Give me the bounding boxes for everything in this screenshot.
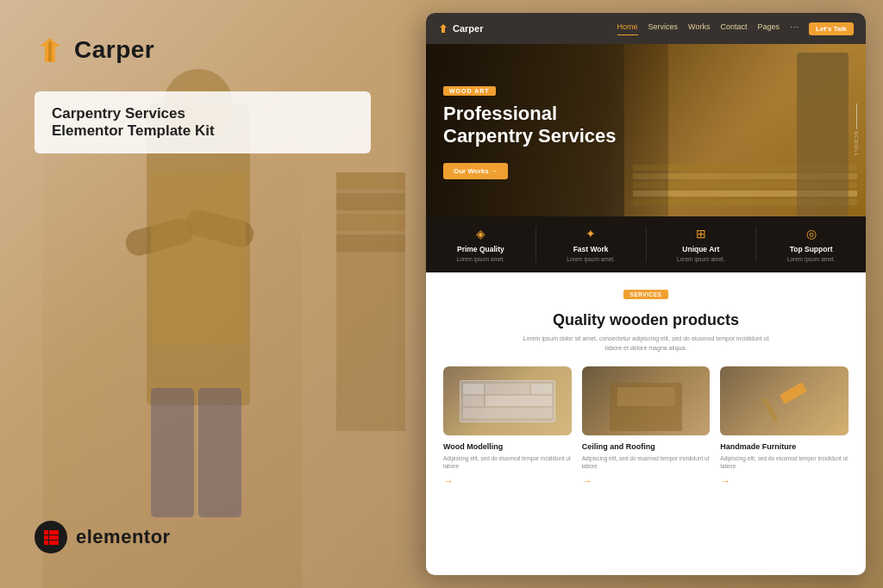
svg-rect-4 [44,541,48,545]
svg-rect-3 [44,535,48,540]
feature-prime-quality: ◈ Prime Quality Lorem ipsum amet. [426,227,536,262]
svg-rect-2 [44,530,48,535]
elementor-icon [34,521,67,554]
feature-desc-0: Lorem ipsum amet. [457,256,505,262]
hero-cta-button[interactable]: Our Works → [443,163,508,179]
svg-rect-5 [49,530,59,535]
service-name-1: Ceiling and Roofing [582,442,711,451]
nav-cta[interactable]: Let's Talk [809,22,854,35]
hero-title-line1: Professional [443,103,557,124]
scroll-text: SCROLL [854,131,859,157]
service-card-wood-modelling: Wood Modelling Adipiscing elit, sed do e… [443,366,572,487]
site-logo: Carper [438,23,483,34]
diamond-icon: ◈ [476,227,485,241]
features-bar: ◈ Prime Quality Lorem ipsum amet. ✦ Fast… [426,216,866,272]
service-desc-0: Adipiscing elit, sed do eiusmod tempor i… [443,454,572,470]
site-logo-text: Carper [453,23,483,34]
tagline-line1: Carpentry Services [52,105,354,122]
feature-desc-1: Lorem ipsum amet. [567,256,615,262]
service-img-2 [582,366,711,435]
hero-title-line2: Carpentry Services [443,125,617,147]
nav-services[interactable]: Services [648,22,679,35]
chat-icon: ◎ [806,227,817,241]
brand-name: Carper [74,36,154,64]
service-arrow-1[interactable]: → [582,475,711,487]
service-arrow-2[interactable]: → [720,475,849,487]
feature-desc-3: Lorem ipsum amet. [787,256,836,262]
carper-logo-icon [34,34,66,66]
feature-title-0: Prime Quality [457,245,504,253]
elementor-label: elementor [76,526,171,548]
services-section: SERVICES Quality wooden products Lorem i… [426,272,866,501]
services-title: Quality wooden products [443,311,849,329]
nav-pages[interactable]: Pages [757,22,780,35]
scroll-line [856,103,857,129]
service-img-1 [443,366,572,435]
gift-icon: ⊞ [696,227,706,241]
feature-title-1: Fast Work [573,245,609,253]
nav-works[interactable]: Works [688,22,710,35]
svg-rect-6 [49,535,59,540]
service-img-3 [720,366,849,435]
svg-rect-7 [49,541,59,545]
feature-unique-art: ⊞ Unique Art Lorem ipsum amet. [647,227,757,262]
service-card-ceiling-roofing: Ceiling and Roofing Adipiscing elit, sed… [582,366,711,487]
svg-marker-8 [440,24,447,33]
feature-fast-work: ✦ Fast Work Lorem ipsum amet. [536,227,647,262]
left-panel: Carper Carpentry Services Elementor Temp… [0,0,405,588]
site-nav: Home Services Works Contact Pages ⋯ Let'… [617,22,854,35]
feature-title-2: Unique Art [682,245,719,253]
tagline-box: Carpentry Services Elementor Template Ki… [34,91,371,153]
feature-title-3: Top Support [790,245,833,253]
service-desc-1: Adipiscing elit, sed do eiusmod tempor i… [582,454,711,470]
service-name-2: Handmade Furniture [720,442,849,451]
browser-mockup: Carper Home Services Works Contact Pages… [426,13,866,575]
nav-home[interactable]: Home [617,22,638,35]
service-card-handmade-furniture: Handmade Furniture Adipiscing elit, sed … [720,366,849,487]
brand-logo: Carper [34,34,371,66]
wood-art-badge: WOOD ART [443,86,496,96]
services-header: SERVICES Quality wooden products Lorem i… [443,290,849,353]
hero-title: Professional Carpentry Services [443,103,617,148]
services-badge: SERVICES [623,290,669,299]
feature-top-support: ◎ Top Support Lorem ipsum amet. [756,227,866,262]
feature-desc-2: Lorem ipsum amet. [677,256,725,262]
service-arrow-0[interactable]: → [443,475,572,487]
tagline-line2: Elementor Template Kit [52,122,354,140]
service-desc-2: Adipiscing elit, sed do eiusmod tempor i… [720,454,849,470]
hero-section: WOOD ART Professional Carpentry Services… [426,44,866,216]
scroll-indicator: SCROLL [854,103,859,157]
rocket-icon: ✦ [586,227,596,241]
services-desc: Lorem ipsum dolor sit amet, consectetur … [517,335,775,353]
nav-contact[interactable]: Contact [720,22,747,35]
site-header: Carper Home Services Works Contact Pages… [426,13,866,44]
grid-icon: ⋯ [790,22,798,35]
elementor-badge: elementor [34,521,171,554]
services-grid: Wood Modelling Adipiscing elit, sed do e… [443,366,849,487]
svg-rect-1 [48,41,52,62]
service-name-0: Wood Modelling [443,442,572,451]
